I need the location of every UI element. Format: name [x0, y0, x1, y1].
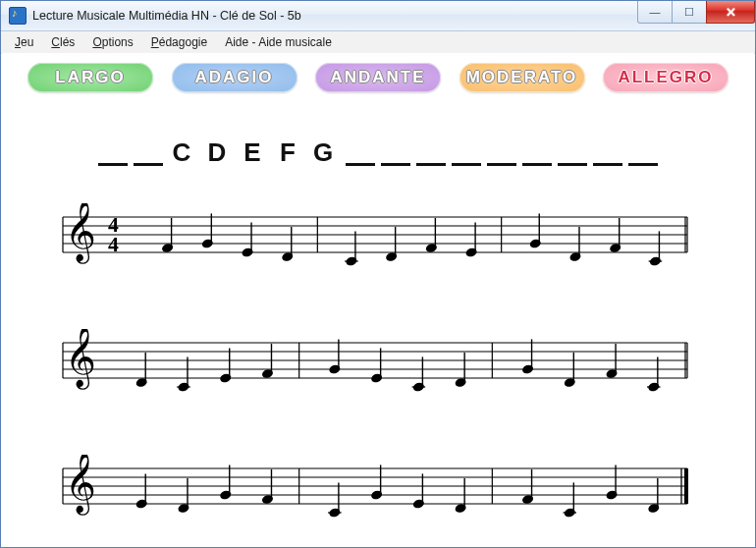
close-button[interactable]: ✕	[706, 1, 755, 24]
close-icon: ✕	[726, 5, 736, 20]
letter-slot-blank: X	[131, 137, 166, 168]
app-icon	[9, 7, 27, 25]
client-area: LARGO ADAGIO ANDANTE MODERATO ALLEGRO XX…	[2, 53, 754, 546]
app-window: Lecture Musicale Multimédia HN - Clé de …	[0, 0, 756, 548]
letter-slot-blank: X	[484, 137, 519, 168]
tempo-adagio-button[interactable]: ADAGIO	[172, 63, 297, 92]
tempo-row: LARGO ADAGIO ANDANTE MODERATO ALLEGRO	[2, 53, 754, 92]
menu-cles[interactable]: CCléslés	[43, 33, 82, 51]
tempo-allegro-button[interactable]: ALLEGRO	[603, 63, 729, 92]
staff-row: 𝄞44	[61, 203, 695, 288]
menu-aide[interactable]: Aide - Aide musicale	[217, 33, 340, 51]
letter-slot-blank: X	[95, 137, 131, 168]
staff-row: 𝄞	[61, 329, 689, 398]
svg-text:4: 4	[108, 233, 119, 256]
minimize-button[interactable]: —	[637, 1, 673, 24]
svg-rect-113	[684, 468, 688, 504]
window-controls: — ☐ ✕	[638, 1, 755, 23]
letter-slot-blank: X	[590, 137, 625, 168]
letter-slot-blank: X	[413, 137, 449, 168]
svg-text:𝄞: 𝄞	[65, 203, 96, 264]
menu-pedagogie[interactable]: PPédagogieédagogie	[143, 33, 215, 51]
note-letters: XXCDEFGXXXXXXXXX	[95, 137, 661, 168]
svg-text:𝄞: 𝄞	[65, 455, 96, 516]
maximize-button[interactable]: ☐	[672, 1, 707, 24]
menu-bar: JJeueu CCléslés OOptionsptions PPédagogi…	[1, 31, 755, 54]
tempo-moderato-button[interactable]: MODERATO	[459, 63, 585, 92]
letter-slot-blank: X	[343, 137, 378, 168]
note-letters-row: XXCDEFGXXXXXXXXX	[2, 137, 754, 168]
letter-slot: D	[201, 137, 237, 168]
letter-slot-blank: X	[449, 137, 484, 168]
letter-slot: C	[166, 137, 201, 168]
tempo-largo-button[interactable]: LARGO	[27, 63, 153, 92]
letter-slot: E	[237, 137, 272, 168]
staff-row: 𝄞	[61, 329, 695, 413]
window-title: Lecture Musicale Multimédia HN - Clé de …	[32, 9, 301, 23]
maximize-icon: ☐	[684, 6, 694, 19]
letter-slot-blank: X	[378, 137, 413, 168]
minimize-icon: —	[650, 6, 661, 18]
menu-jeu[interactable]: JJeueu	[7, 33, 41, 51]
staff-row: 𝄞	[61, 455, 689, 523]
letter-slot: F	[272, 137, 307, 168]
title-bar[interactable]: Lecture Musicale Multimédia HN - Clé de …	[1, 1, 755, 31]
tempo-andante-button[interactable]: ANDANTE	[315, 63, 441, 92]
menu-options[interactable]: OOptionsptions	[84, 33, 140, 51]
svg-text:𝄞: 𝄞	[65, 329, 96, 390]
staff-row: 𝄞	[61, 455, 695, 539]
staff-row: 𝄞44	[61, 203, 689, 272]
score-area: 𝄞44𝄞𝄞	[2, 203, 754, 539]
letter-slot-blank: X	[625, 137, 661, 168]
letter-slot-blank: X	[519, 137, 555, 168]
letter-slot-blank: X	[555, 137, 590, 168]
letter-slot: G	[307, 137, 343, 168]
